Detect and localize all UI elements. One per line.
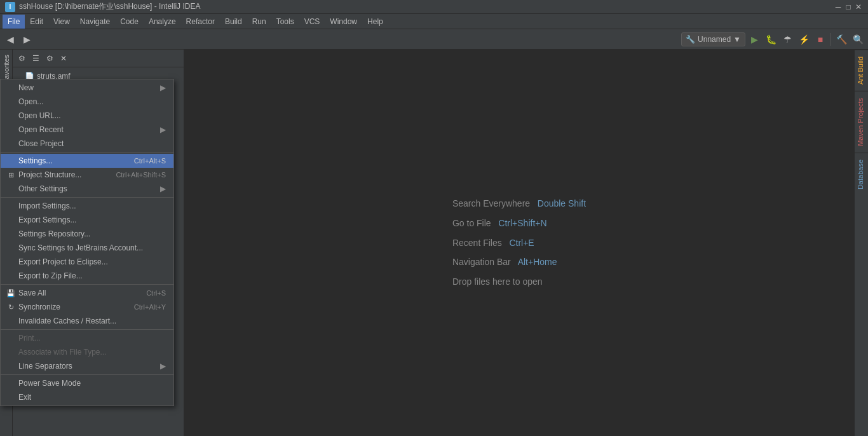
menu-other-settings[interactable]: Other Settings ▶ bbox=[1, 182, 173, 196]
drop-files-hint: Drop files here to open bbox=[452, 272, 586, 292]
database-tab[interactable]: Database bbox=[855, 153, 868, 196]
menu-new[interactable]: New ▶ bbox=[1, 81, 173, 95]
menu-tools[interactable]: Tools bbox=[271, 15, 299, 29]
search-everywhere-button[interactable]: 🔍 bbox=[850, 32, 865, 47]
file-menu-dropdown: New ▶ Open... Open URL... Open Recent ▶ … bbox=[0, 79, 174, 406]
menu-help[interactable]: Help bbox=[362, 15, 388, 29]
menu-open-recent[interactable]: Open Recent ▶ bbox=[1, 123, 173, 137]
menu-import-settings[interactable]: Import Settings... bbox=[1, 199, 173, 213]
app-icon: I bbox=[5, 2, 15, 12]
go-to-file-hint: Go to File Ctrl+Shift+N bbox=[452, 214, 586, 233]
window-title: sshHouse [D:\hibernate作业\sshHouse] - Int… bbox=[19, 1, 834, 12]
menu-power-save-mode[interactable]: Power Save Mode bbox=[1, 376, 173, 390]
run-config-label: Unnamed bbox=[698, 35, 731, 44]
project-structure-icon: ⊞ bbox=[6, 170, 16, 180]
menu-settings-repository[interactable]: Settings Repository... bbox=[1, 227, 173, 241]
menu-synchronize[interactable]: ↻ Synchronize Ctrl+Alt+Y bbox=[1, 300, 173, 314]
run-config-icon: 🔧 bbox=[686, 35, 695, 44]
window-controls: ─ □ ✕ bbox=[834, 3, 863, 11]
back-button[interactable]: ◀ bbox=[3, 32, 18, 47]
menu-vcs[interactable]: VCS bbox=[299, 15, 325, 29]
navigation-bar-hint: Navigation Bar Alt+Home bbox=[452, 252, 586, 272]
menu-settings[interactable]: Settings... Ctrl+Alt+S bbox=[1, 154, 173, 168]
file-menu-section-6: Power Save Mode Exit bbox=[1, 375, 173, 405]
menu-bar: File Edit View Navigate Code Analyze Ref… bbox=[0, 14, 868, 29]
menu-print: Print... bbox=[1, 331, 173, 345]
toolbar: ◀ ▶ 🔧 Unnamed ▼ ▶ 🐛 ☂ ⚡ ■ 🔨 🔍 bbox=[0, 29, 868, 50]
save-icon: 💾 bbox=[6, 288, 16, 298]
file-menu-section-1: New ▶ Open... Open URL... Open Recent ▶ … bbox=[1, 79, 173, 153]
menu-open[interactable]: Open... bbox=[1, 95, 173, 109]
menu-window[interactable]: Window bbox=[325, 15, 362, 29]
debug-button[interactable]: 🐛 bbox=[763, 32, 778, 47]
sync-icon: ↻ bbox=[6, 302, 16, 312]
toolbar-sep-1 bbox=[831, 33, 831, 46]
file-menu-section-3: Import Settings... Export Settings... Se… bbox=[1, 198, 173, 285]
menu-export-zip[interactable]: Export to Zip File... bbox=[1, 269, 173, 283]
forward-button[interactable]: ▶ bbox=[19, 32, 34, 47]
menu-refactor[interactable]: Refactor bbox=[181, 15, 220, 29]
menu-export-settings[interactable]: Export Settings... bbox=[1, 213, 173, 227]
menu-view[interactable]: View bbox=[48, 15, 75, 29]
menu-close-project[interactable]: Close Project bbox=[1, 137, 173, 151]
menu-project-structure[interactable]: ⊞ Project Structure... Ctrl+Alt+Shift+S bbox=[1, 168, 173, 182]
minimize-button[interactable]: ─ bbox=[834, 3, 843, 11]
build-button[interactable]: 🔨 bbox=[834, 32, 849, 47]
tree-toolbar: ⚙ ☰ ⚙ ✕ bbox=[13, 50, 184, 67]
gear-icon[interactable]: ⚙ bbox=[15, 52, 28, 65]
run-config-arrow: ▼ bbox=[733, 35, 741, 44]
welcome-screen: Search Everywhere Double Shift Go to Fil… bbox=[452, 194, 586, 292]
maven-tab[interactable]: Maven Projects bbox=[855, 91, 868, 153]
menu-open-url[interactable]: Open URL... bbox=[1, 109, 173, 123]
menu-analyze[interactable]: Analyze bbox=[144, 15, 181, 29]
menu-exit[interactable]: Exit bbox=[1, 390, 173, 404]
close-tree-button[interactable]: ✕ bbox=[57, 52, 70, 65]
menu-save-all[interactable]: 💾 Save All Ctrl+S bbox=[1, 286, 173, 300]
profile-button[interactable]: ⚡ bbox=[796, 32, 811, 47]
file-menu-section-4: 💾 Save All Ctrl+S ↻ Synchronize Ctrl+Alt… bbox=[1, 285, 173, 330]
file-menu-section-5: Print... Associate with File Type... Lin… bbox=[1, 330, 173, 375]
ant-build-tab[interactable]: Ant Build bbox=[855, 50, 868, 91]
layout-icon[interactable]: ☰ bbox=[29, 52, 42, 65]
editor-area: Search Everywhere Double Shift Go to Fil… bbox=[184, 50, 854, 436]
menu-navigate[interactable]: Navigate bbox=[75, 15, 115, 29]
title-bar: I sshHouse [D:\hibernate作业\sshHouse] - I… bbox=[0, 0, 868, 14]
file-menu-section-2: Settings... Ctrl+Alt+S ⊞ Project Structu… bbox=[1, 153, 173, 198]
menu-export-eclipse[interactable]: Export Project to Eclipse... bbox=[1, 255, 173, 269]
run-button[interactable]: ▶ bbox=[747, 32, 762, 47]
menu-line-separators[interactable]: Line Separators ▶ bbox=[1, 359, 173, 373]
menu-file[interactable]: File bbox=[3, 15, 25, 29]
settings-icon[interactable]: ⚙ bbox=[43, 52, 56, 65]
recent-files-hint: Recent Files Ctrl+E bbox=[452, 233, 586, 253]
menu-sync-jetbrains[interactable]: Sync Settings to JetBrains Account... bbox=[1, 241, 173, 255]
maximize-button[interactable]: □ bbox=[844, 3, 853, 11]
coverage-button[interactable]: ☂ bbox=[780, 32, 795, 47]
close-button[interactable]: ✕ bbox=[854, 3, 863, 11]
main-area: 2: Favorites Web ⚙ ☰ ⚙ ✕ 📄struts.amf▼📁we… bbox=[0, 50, 868, 436]
right-sidebar: Ant Build Maven Projects Database bbox=[854, 50, 868, 436]
search-everywhere-hint: Search Everywhere Double Shift bbox=[452, 194, 586, 214]
menu-build[interactable]: Build bbox=[220, 15, 247, 29]
menu-edit[interactable]: Edit bbox=[25, 15, 48, 29]
run-configuration[interactable]: 🔧 Unnamed ▼ bbox=[681, 32, 745, 46]
menu-invalidate-caches[interactable]: Invalidate Caches / Restart... bbox=[1, 314, 173, 328]
menu-code[interactable]: Code bbox=[115, 15, 144, 29]
stop-button[interactable]: ■ bbox=[813, 32, 828, 47]
menu-associate-file-type: Associate with File Type... bbox=[1, 345, 173, 359]
menu-run[interactable]: Run bbox=[247, 15, 271, 29]
